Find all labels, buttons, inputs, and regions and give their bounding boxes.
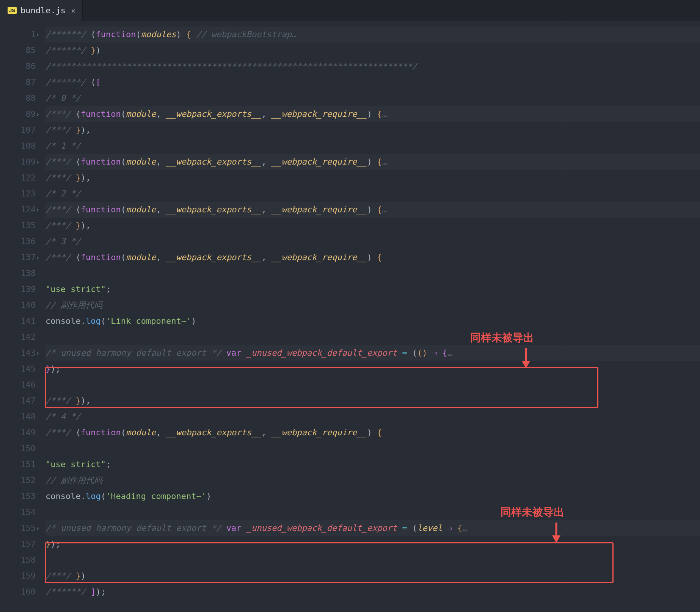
code-line: /***/ }) — [46, 568, 700, 584]
editor-root: JS bundle.js × 1›8586878889›107108109›12… — [0, 0, 700, 612]
line-number: 124› — [0, 202, 41, 218]
line-number: 107 — [0, 122, 41, 138]
tab-bundle-js[interactable]: JS bundle.js × — [0, 0, 83, 21]
code-line: /* 0 */ — [46, 90, 700, 106]
line-number: 135 — [0, 218, 41, 234]
fold-chevron-icon[interactable]: › — [33, 345, 42, 361]
line-number: 89› — [0, 106, 41, 122]
line-number: 87 — [0, 74, 41, 90]
line-number: 145 — [0, 361, 41, 377]
tab-label: bundle.js — [20, 6, 66, 15]
line-number: 136 — [0, 234, 41, 250]
line-number: 147 — [0, 393, 41, 409]
code-line: /* unused harmony default export */ var … — [46, 345, 700, 361]
code-line: console.log('Heading component~') — [46, 488, 700, 504]
code-line: /* 3 */ — [46, 234, 700, 250]
code-line — [46, 504, 700, 520]
fold-chevron-icon[interactable]: › — [33, 520, 42, 536]
code-line — [46, 329, 700, 345]
code-line: /***/ (function(module, __webpack_export… — [46, 250, 700, 265]
code-line: /***/ (function(module, __webpack_export… — [46, 202, 700, 218]
line-number: 148 — [0, 409, 41, 425]
line-number: 137› — [0, 250, 41, 265]
tab-bar: JS bundle.js × — [0, 0, 700, 21]
line-number: 142 — [0, 329, 41, 345]
fold-chevron-icon[interactable]: › — [33, 250, 42, 265]
code-line: // 副作用代码 — [46, 297, 700, 313]
code-line: "use strict"; — [46, 281, 700, 297]
gutter: 1›8586878889›107108109›122123124›1351361… — [0, 21, 41, 612]
js-file-icon: JS — [8, 7, 17, 14]
code-line: /* unused harmony default export */ var … — [46, 520, 700, 536]
line-number: 141 — [0, 313, 41, 329]
line-number: 149 — [0, 425, 41, 441]
line-number: 123 — [0, 186, 41, 202]
line-number: 160 — [0, 584, 41, 600]
line-number: 108 — [0, 138, 41, 154]
code-line: /***/ (function(module, __webpack_export… — [46, 425, 700, 441]
code-line: /***/ (function(module, __webpack_export… — [46, 154, 700, 170]
fold-chevron-icon[interactable]: › — [33, 27, 42, 42]
code-line: }); — [46, 536, 700, 552]
code-line: console.log('Link component~') — [46, 313, 700, 329]
line-number: 157 — [0, 536, 41, 552]
line-number: 109› — [0, 154, 41, 170]
code-line: /******/ ([ — [46, 74, 700, 90]
line-number: 122 — [0, 170, 41, 186]
code-line: /***/ }), — [46, 122, 700, 138]
code-line: /* 1 */ — [46, 138, 700, 154]
code-line: /******/ (function(modules) { // webpack… — [46, 27, 700, 42]
code-line: /***/ }), — [46, 393, 700, 409]
line-number: 139 — [0, 281, 41, 297]
code-line: /******/ }) — [46, 42, 700, 58]
line-number: 143› — [0, 345, 41, 361]
code-line: /***************************************… — [46, 58, 700, 74]
fold-chevron-icon[interactable]: › — [33, 202, 42, 218]
code-line: }); — [46, 361, 700, 377]
code-line: /* 4 */ — [46, 409, 700, 425]
line-number: 86 — [0, 58, 41, 74]
code-line: /***/ }), — [46, 218, 700, 234]
line-number: 158 — [0, 552, 41, 568]
line-number: 150 — [0, 441, 41, 457]
line-number: 85 — [0, 42, 41, 58]
code-line: /***/ }), — [46, 170, 700, 186]
code-line: /* 2 */ — [46, 186, 700, 202]
fold-chevron-icon[interactable]: › — [33, 106, 42, 122]
line-number: 138 — [0, 265, 41, 281]
line-number: 88 — [0, 90, 41, 106]
code-line — [46, 441, 700, 457]
line-number: 159 — [0, 568, 41, 584]
line-number: 155› — [0, 520, 41, 536]
line-number: 154 — [0, 504, 41, 520]
line-number: 153 — [0, 488, 41, 504]
code-line: /***/ (function(module, __webpack_export… — [46, 106, 700, 122]
code-content[interactable]: /******/ (function(modules) { // webpack… — [41, 21, 700, 612]
code-line: "use strict"; — [46, 457, 700, 472]
code-line — [46, 265, 700, 281]
line-number: 1› — [0, 27, 41, 42]
code-area[interactable]: 1›8586878889›107108109›122123124›1351361… — [0, 21, 700, 612]
line-number: 146 — [0, 377, 41, 393]
line-number: 140 — [0, 297, 41, 313]
code-line: /******/ ]); — [46, 584, 700, 600]
code-line — [46, 377, 700, 393]
line-number: 152 — [0, 472, 41, 488]
line-number: 151 — [0, 457, 41, 472]
code-line: // 副作用代码 — [46, 472, 700, 488]
fold-chevron-icon[interactable]: › — [33, 154, 42, 170]
close-icon[interactable]: × — [69, 6, 77, 15]
code-line — [46, 552, 700, 568]
